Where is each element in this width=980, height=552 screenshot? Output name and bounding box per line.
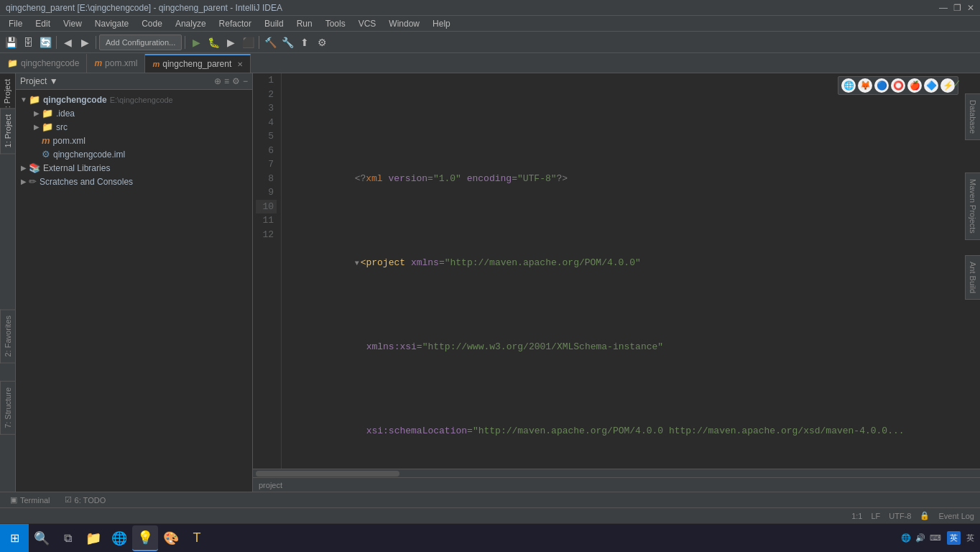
tree-item-external-libs[interactable]: ▶ 📚 External Libraries — [16, 161, 252, 175]
menu-analyze[interactable]: Analyze — [170, 17, 212, 30]
menu-file[interactable]: File — [3, 17, 28, 30]
toolbar-coverage-icon[interactable]: ▶ — [223, 34, 239, 50]
toolbar-separator-3 — [185, 36, 185, 49]
chrome-icon[interactable]: 🌐 — [841, 78, 856, 93]
favorites-side-tab[interactable]: 2: Favorites — [0, 309, 15, 363]
tree-item-iml[interactable]: ▶ ⚙ qingchengcode.iml — [16, 147, 252, 161]
line-num-9: 9 — [256, 185, 277, 200]
toolbar-save-all-icon[interactable]: 🗄 — [20, 34, 36, 50]
project-side-tab[interactable]: 1: Project — [0, 108, 15, 154]
window-controls: — ❐ ✕ — [939, 3, 974, 13]
breadcrumb-project-label: qingchengcode — [21, 58, 79, 68]
toolbar-tools-icon[interactable]: 🔧 — [279, 34, 295, 50]
tree-label-scratches: Scratches and Consoles — [40, 177, 133, 187]
tree-item-src[interactable]: ▶ 📁 src — [16, 120, 252, 134]
toolbar-sync-icon[interactable]: 🔄 — [37, 34, 53, 50]
taskbar-intellij[interactable]: 💡 — [132, 525, 158, 551]
event-log[interactable]: Event Log — [938, 512, 974, 520]
line-numbers: 1 2 3 4 5 6 7 8 9 10 11 12 — [253, 73, 282, 469]
toolbar-build-icon[interactable]: 🔨 — [262, 34, 278, 50]
project-header-filter-icon[interactable]: ≡ — [224, 76, 229, 86]
toolbar-forward-icon[interactable]: ▶ — [77, 34, 93, 50]
menu-help[interactable]: Help — [427, 17, 456, 30]
toolbar-stop-icon[interactable]: ⬛ — [240, 34, 256, 50]
menu-tools[interactable]: Tools — [320, 17, 351, 30]
menu-navigate[interactable]: Navigate — [89, 17, 134, 30]
structure-side-tab[interactable]: 7: Structure — [0, 381, 15, 435]
breadcrumb-qingchengcode[interactable]: 📁 qingchengcode — [0, 54, 87, 73]
tree-item-idea[interactable]: ▶ 📁 .idea — [16, 106, 252, 120]
maven-projects-tab[interactable]: Maven Projects — [965, 172, 980, 240]
tree-label-pomxml: pom.xml — [53, 136, 85, 146]
safari-icon[interactable]: 🍎 — [907, 78, 922, 93]
encoding[interactable]: UTF-8 — [889, 512, 911, 520]
line-num-1: 1 — [256, 73, 277, 88]
tree-label-src: src — [56, 122, 68, 132]
taskbar-chrome[interactable]: 🌐 — [106, 525, 132, 551]
tree-item-pomxml[interactable]: ▶ m pom.xml — [16, 134, 252, 147]
menu-vcs[interactable]: VCS — [353, 17, 382, 30]
taskbar-paint[interactable]: 🎨 — [158, 525, 184, 551]
menu-edit[interactable]: Edit — [29, 17, 56, 30]
project-header-add-icon[interactable]: ⊕ — [214, 76, 221, 86]
close-button[interactable]: ✕ — [967, 3, 974, 13]
minimize-button[interactable]: — — [939, 3, 948, 13]
firefox-icon[interactable]: 🦊 — [858, 78, 872, 93]
taskbar-search-icon[interactable]: 🔍 — [29, 525, 55, 551]
lock-icon: 🔒 — [920, 511, 930, 520]
taskbar: ⊞ 🔍 ⧉ 📁 🌐 💡 🎨 T 🌐 🔊 ⌨ 英 英 — [0, 523, 980, 552]
cursor-position[interactable]: 1:1 — [851, 512, 862, 520]
breadcrumb-pomxml[interactable]: m pom.xml — [87, 54, 145, 73]
menu-bar: File Edit View Navigate Code Analyze Ref… — [0, 16, 980, 32]
maximize-button[interactable]: ❐ — [953, 3, 961, 13]
horizontal-scrollbar[interactable] — [253, 469, 980, 477]
file-modified-indicator: ✓ — [953, 78, 961, 89]
toolbar-save-icon[interactable]: 💾 — [3, 34, 19, 50]
project-panel: Project ▼ ⊕ ≡ ⚙ − ▼ 📁 qingchengcode E:\q… — [16, 73, 253, 492]
tree-icon-src: 📁 — [42, 121, 53, 132]
code-line-4: xsi:schemaLocation="http://maven.apache.… — [287, 410, 974, 452]
add-configuration-button[interactable]: Add Configuration... — [99, 34, 182, 50]
menu-build[interactable]: Build — [259, 17, 290, 30]
ant-build-tab[interactable]: Ant Build — [965, 255, 980, 300]
ie-icon[interactable]: 🔵 — [874, 78, 889, 93]
terminal-tab[interactable]: ▣ Terminal — [3, 494, 57, 506]
code-editor[interactable]: <?xml version="1.0" encoding="UTF-8"?> ▼… — [282, 73, 980, 469]
toolbar-back-icon[interactable]: ◀ — [60, 34, 75, 50]
toolbar-debug-icon[interactable]: 🐛 — [205, 34, 221, 50]
project-header-collapse-icon[interactable]: − — [243, 76, 248, 86]
menu-refactor[interactable]: Refactor — [213, 17, 257, 30]
opera-icon[interactable]: ⭕ — [891, 78, 905, 93]
tree-item-root[interactable]: ▼ 📁 qingchengcode E:\qingchengcode — [16, 93, 252, 106]
editor-content[interactable]: 1 2 3 4 5 6 7 8 9 10 11 12 <?xml versi — [253, 73, 980, 469]
menu-run[interactable]: Run — [291, 17, 318, 30]
tree-arrow-scratches: ▶ — [19, 178, 29, 185]
editor-area: 🌐 🦊 🔵 ⭕ 🍎 🔷 ⚡ ✓ 1 2 3 4 5 6 7 8 9 10 — [253, 73, 980, 492]
line-separator[interactable]: LF — [871, 512, 880, 520]
tab-qingcheng-parent[interactable]: m qingcheng_parent ✕ — [145, 54, 251, 73]
tree-arrow-root: ▼ — [19, 96, 29, 104]
menu-view[interactable]: View — [57, 17, 88, 30]
menu-window[interactable]: Window — [383, 17, 425, 30]
scrollbar-thumb[interactable] — [256, 471, 399, 477]
input-method[interactable]: 英 — [947, 531, 961, 545]
tabs-bar: 📁 qingchengcode m pom.xml m qingcheng_pa… — [0, 53, 980, 73]
tab-close-button[interactable]: ✕ — [237, 60, 243, 68]
toolbar-separator-1 — [56, 36, 57, 49]
toolbar-run-icon[interactable]: ▶ — [188, 34, 204, 50]
toolbar-update-icon[interactable]: ⬆ — [297, 34, 313, 50]
project-header-settings-icon[interactable]: ⚙ — [232, 76, 240, 86]
taskbar-task-view[interactable]: ⧉ — [55, 525, 80, 551]
start-button[interactable]: ⊞ — [0, 524, 29, 553]
todo-tab[interactable]: ☑ 6: TODO — [57, 494, 114, 506]
taskbar-system-tray: 🌐 🔊 ⌨ 英 英 — [895, 531, 980, 545]
toolbar-settings-icon[interactable]: ⚙ — [314, 34, 330, 50]
database-tab[interactable]: Database — [965, 93, 980, 140]
status-bar: 1:1 LF UTF-8 🔒 Event Log — [0, 507, 980, 523]
taskbar-explorer[interactable]: 📁 — [80, 525, 106, 551]
edge-icon[interactable]: 🔷 — [924, 78, 938, 93]
menu-code[interactable]: Code — [136, 17, 168, 30]
tree-item-scratches[interactable]: ▶ ✏ Scratches and Consoles — [16, 175, 252, 188]
main-layout: 1: Project Project ▼ ⊕ ≡ ⚙ − ▼ 📁 qingche… — [0, 73, 980, 492]
taskbar-text[interactable]: T — [184, 525, 210, 551]
